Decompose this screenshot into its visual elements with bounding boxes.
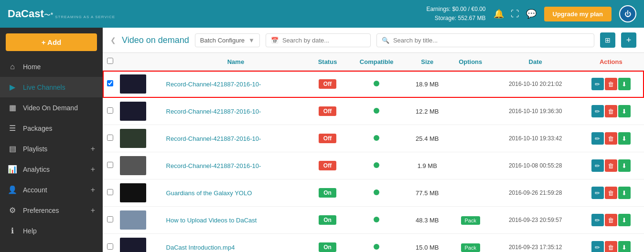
download-button[interactable]: ⬇ bbox=[618, 241, 631, 252]
delete-button[interactable]: 🗑 bbox=[605, 187, 617, 199]
download-button[interactable]: ⬇ bbox=[618, 132, 631, 145]
status-cell: On bbox=[308, 207, 346, 234]
video-name-link[interactable]: Record-Channel-421887-2016-10- bbox=[166, 81, 261, 88]
row-checkbox-cell bbox=[103, 234, 117, 252]
chat-icon[interactable]: 💬 bbox=[526, 9, 537, 19]
account-plus-icon[interactable]: + bbox=[91, 186, 95, 194]
analytics-plus-icon[interactable]: + bbox=[91, 165, 95, 174]
download-button[interactable]: ⬇ bbox=[618, 214, 631, 226]
sidebar-item-playlists[interactable]: ▤ Playlists + bbox=[0, 138, 103, 159]
sidebar-item-analytics[interactable]: 📊 Analytics + bbox=[0, 159, 103, 179]
video-thumbnail-cell bbox=[117, 125, 163, 152]
video-name-cell: DaCast Introduction.mp4 bbox=[163, 234, 309, 252]
table-row: Record-Channel-421887-2016-10-Off12.2 MB… bbox=[103, 98, 644, 125]
batch-configure-dropdown[interactable]: Batch Configure ▼ bbox=[195, 33, 260, 47]
delete-button[interactable]: 🗑 bbox=[605, 132, 617, 145]
compatible-dot bbox=[374, 244, 379, 250]
preferences-plus-icon[interactable]: + bbox=[91, 206, 95, 215]
delete-button[interactable]: 🗑 bbox=[605, 241, 617, 252]
add-button[interactable]: + Add bbox=[6, 33, 97, 51]
date-search-input[interactable] bbox=[282, 37, 365, 44]
table-row: Record-Channel-421887-2016-10-Off18.9 MB… bbox=[103, 71, 644, 98]
sidebar-item-home[interactable]: ⌂ Home bbox=[0, 57, 103, 77]
help-icon: ℹ bbox=[8, 226, 17, 235]
table-row: Guardians of the Galaxy YOLOOn77.5 MB201… bbox=[103, 179, 644, 207]
row-checkbox[interactable] bbox=[107, 189, 113, 195]
status-badge: Off bbox=[319, 161, 336, 170]
row-checkbox[interactable] bbox=[107, 107, 113, 114]
th-size: Size bbox=[407, 53, 448, 71]
download-button[interactable]: ⬇ bbox=[618, 159, 631, 172]
date-search-field[interactable]: 📅 bbox=[266, 33, 371, 47]
edit-button[interactable]: ✏ bbox=[591, 187, 604, 199]
video-name-link[interactable]: Guardians of the Galaxy YOLO bbox=[166, 189, 252, 197]
compatible-cell bbox=[347, 179, 407, 207]
edit-button[interactable]: ✏ bbox=[591, 78, 604, 90]
row-checkbox[interactable] bbox=[107, 135, 113, 141]
row-checkbox-cell bbox=[103, 71, 117, 98]
row-checkbox[interactable] bbox=[107, 243, 113, 250]
delete-button[interactable]: 🗑 bbox=[605, 78, 617, 90]
video-table: Name Status Compatible Size Options Date… bbox=[103, 53, 644, 252]
sidebar-item-video-on-demand[interactable]: ▦ Video On Demand bbox=[0, 97, 103, 118]
delete-button[interactable]: 🗑 bbox=[605, 214, 617, 226]
grid-view-button[interactable]: ⊞ bbox=[600, 32, 615, 48]
date-cell: 2016-10-10 19:36:30 bbox=[493, 98, 578, 125]
video-name-link[interactable]: DaCast Introduction.mp4 bbox=[166, 244, 235, 251]
bell-icon[interactable]: 🔔 bbox=[494, 9, 504, 19]
calendar-icon: 📅 bbox=[271, 37, 279, 44]
back-arrow-icon[interactable]: ❮ bbox=[110, 36, 116, 44]
video-thumbnail bbox=[120, 238, 146, 252]
power-button[interactable]: ⏻ bbox=[619, 5, 636, 22]
status-badge: On bbox=[319, 188, 336, 198]
status-badge: Off bbox=[319, 134, 336, 143]
status-cell: Off bbox=[308, 98, 346, 125]
video-thumbnail-cell bbox=[117, 98, 163, 125]
edit-button[interactable]: ✏ bbox=[591, 159, 604, 172]
main-content: ❮ Video on demand Batch Configure ▼ 📅 🔍 … bbox=[103, 28, 644, 252]
video-name-link[interactable]: Record-Channel-421887-2016-10- bbox=[166, 108, 261, 115]
download-button[interactable]: ⬇ bbox=[618, 78, 631, 90]
sidebar-item-packages[interactable]: ☰ Packages bbox=[0, 118, 103, 138]
row-checkbox[interactable] bbox=[107, 216, 113, 222]
edit-button[interactable]: ✏ bbox=[591, 132, 604, 145]
video-name-cell: Record-Channel-421887-2016-10- bbox=[163, 125, 309, 152]
sidebar-item-help[interactable]: ℹ Help bbox=[0, 220, 103, 241]
playlists-plus-icon[interactable]: + bbox=[91, 145, 95, 153]
th-name: Name bbox=[163, 53, 309, 71]
video-thumbnail bbox=[120, 74, 146, 94]
row-checkbox-cell bbox=[103, 125, 117, 152]
title-search-field[interactable]: 🔍 bbox=[376, 33, 594, 47]
add-content-button[interactable]: + bbox=[621, 32, 636, 48]
edit-button[interactable]: ✏ bbox=[591, 214, 604, 226]
select-all-header bbox=[103, 53, 117, 71]
size-cell: 15.0 MB bbox=[407, 234, 448, 252]
download-button[interactable]: ⬇ bbox=[618, 187, 631, 199]
edit-button[interactable]: ✏ bbox=[591, 241, 604, 252]
select-all-checkbox[interactable] bbox=[107, 58, 113, 64]
compatible-cell bbox=[347, 71, 407, 98]
row-checkbox[interactable] bbox=[107, 80, 113, 86]
delete-button[interactable]: 🗑 bbox=[605, 105, 617, 117]
size-cell: 77.5 MB bbox=[407, 179, 448, 207]
sidebar-item-live-channels[interactable]: ▶ Live Channels bbox=[0, 77, 103, 97]
edit-button[interactable]: ✏ bbox=[591, 105, 604, 117]
row-checkbox[interactable] bbox=[107, 162, 113, 168]
video-name-link[interactable]: Record-Channel-421887-2016-10- bbox=[166, 135, 261, 142]
analytics-icon: 📊 bbox=[8, 165, 17, 174]
download-button[interactable]: ⬇ bbox=[618, 105, 631, 117]
actions-cell: ✏🗑⬇ bbox=[578, 234, 644, 252]
video-name-link[interactable]: How to Upload Videos to DaCast bbox=[166, 217, 257, 224]
video-name-link[interactable]: Record-Channel-421887-2016-10- bbox=[166, 162, 261, 169]
header-right: Earnings: $0.00 / €0.00 Storage: 552.67 … bbox=[426, 5, 636, 23]
title-search-input[interactable] bbox=[393, 37, 589, 44]
sidebar-item-preferences[interactable]: ⚙ Preferences + bbox=[0, 200, 103, 220]
delete-button[interactable]: 🗑 bbox=[605, 159, 617, 172]
video-thumbnail bbox=[120, 183, 146, 202]
size-cell: 1.9 MB bbox=[407, 152, 448, 179]
upgrade-button[interactable]: Upgrade my plan bbox=[544, 7, 612, 21]
compatible-cell bbox=[347, 234, 407, 252]
sidebar-item-account[interactable]: 👤 Account + bbox=[0, 179, 103, 200]
fullscreen-icon[interactable]: ⛶ bbox=[511, 9, 519, 19]
date-cell: 2016-10-10 19:33:42 bbox=[493, 125, 578, 152]
